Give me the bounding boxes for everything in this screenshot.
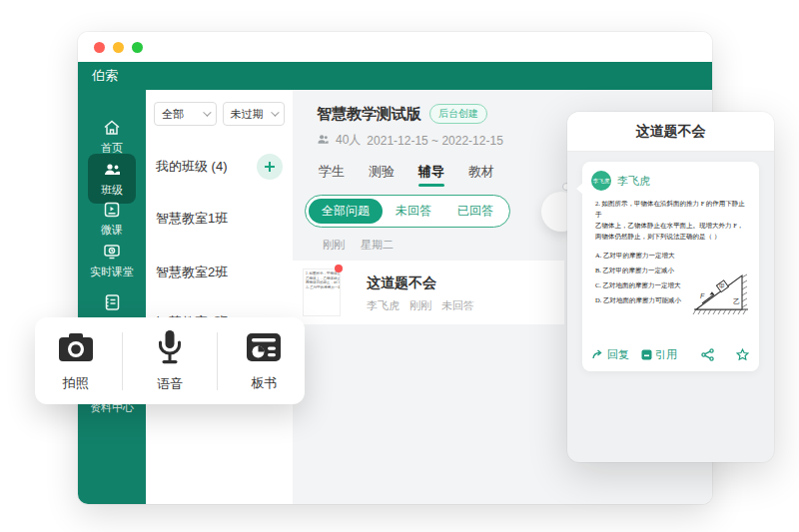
- class-list-item[interactable]: 智慧教室1班: [154, 210, 285, 228]
- sidebar-item-home[interactable]: 首页: [78, 118, 146, 156]
- tab-textbooks[interactable]: 教材: [466, 163, 496, 187]
- window-titlebar: [78, 32, 712, 62]
- voice-tool-label: 语音: [157, 375, 183, 393]
- sidebar-item-live-classroom[interactable]: 实时课堂: [78, 242, 146, 279]
- expiry-filter-value: 未过期: [231, 107, 264, 122]
- time-marker-recent: 刚刚: [323, 238, 345, 253]
- sidebar-nav: 首页 班级: [78, 90, 146, 504]
- board-tool-label: 板书: [251, 374, 277, 392]
- question-title: 这道题不会: [367, 274, 436, 292]
- chevron-down-icon: [271, 108, 279, 116]
- users-icon: [102, 160, 122, 180]
- popup-title: 这道题不会: [636, 123, 706, 141]
- reply-button[interactable]: 回复: [592, 347, 629, 362]
- question-detail-popup: 这道题不会 李飞虎 李飞虎 2. 如图所示，甲物体在沿斜面的推力 F 的作用下静…: [567, 112, 774, 462]
- class-list-item[interactable]: 智慧教室2班: [154, 264, 285, 281]
- question-thumbnail: 2. 如图所示，甲物体在沿斜面的推力 F 的作用下静止于 乙物体上，乙物体静止在…: [303, 268, 341, 316]
- notebook-icon: [102, 292, 122, 312]
- sidebar-item-label: 班级: [101, 183, 123, 198]
- option-a: A. 乙对甲的摩擦力一定增大: [595, 248, 750, 263]
- sidebar-item-classes[interactable]: 班级: [88, 154, 136, 204]
- scope-filter-dropdown[interactable]: 全部: [154, 102, 217, 126]
- app-header: 伯索: [78, 62, 712, 90]
- camera-icon: [57, 330, 95, 368]
- time-marker-day: 星期二: [361, 238, 394, 253]
- sidebar-item-label: 微课: [101, 223, 123, 238]
- quote-button[interactable]: 引用: [641, 347, 677, 362]
- sidebar-item-microlesson[interactable]: 微课: [78, 200, 146, 238]
- scope-filter-value: 全部: [162, 107, 184, 122]
- whiteboard-icon: [245, 330, 283, 368]
- filter-answered[interactable]: 已回答: [444, 199, 506, 224]
- filter-all-questions[interactable]: 全部问题: [309, 199, 383, 224]
- toolbar-divider: [122, 332, 123, 390]
- voice-tool-button[interactable]: 语音: [135, 329, 205, 393]
- svg-text:乙: 乙: [733, 297, 740, 304]
- class-list-panel: 全部 未过期 我的班级 (4) 智慧教室1班 智慧教室2班 智慧教室3班: [146, 90, 293, 504]
- microphone-icon: [153, 329, 187, 369]
- tab-tutoring[interactable]: 辅导: [416, 163, 446, 187]
- question-stem: 2. 如图所示，甲物体在沿斜面的推力 F 的作用下静止于 乙物体上，乙物体静止在…: [595, 198, 750, 242]
- toolbar-divider: [217, 332, 218, 390]
- unread-dot: [335, 265, 343, 272]
- incline-diagram: 甲 F 乙: [692, 269, 750, 323]
- photo-tool-label: 拍照: [63, 374, 89, 392]
- screen: 伯索 首页: [0, 0, 799, 532]
- app-title: 伯索: [92, 67, 118, 85]
- popup-author-name: 李飞虎: [617, 174, 650, 189]
- live-classroom-icon: [102, 242, 122, 262]
- question-time: 刚刚: [409, 298, 431, 313]
- question-card[interactable]: 2. 如图所示，甲物体在沿斜面的推力 F 的作用下静止于 乙物体上，乙物体静止在…: [293, 261, 564, 324]
- bubble-tail: [576, 183, 583, 195]
- micro-lesson-icon: [102, 200, 122, 220]
- students-icon: [317, 133, 330, 149]
- svg-text:甲: 甲: [719, 283, 725, 289]
- filter-unanswered[interactable]: 未回答: [383, 199, 444, 224]
- question-status: 未回答: [441, 298, 474, 313]
- photo-tool-button[interactable]: 拍照: [41, 330, 111, 392]
- avatar: 李飞虎: [591, 171, 611, 191]
- question-filter-group: 全部问题 未回答 已回答: [305, 195, 510, 228]
- sidebar-item-label: 实时课堂: [90, 265, 134, 279]
- course-badge: 后台创建: [429, 104, 487, 124]
- expiry-filter-dropdown[interactable]: 未过期: [223, 102, 286, 126]
- favorite-star-icon[interactable]: [736, 348, 749, 361]
- tab-students[interactable]: 学生: [317, 163, 347, 187]
- student-count: 40人: [336, 132, 361, 149]
- sidebar-item-notebook[interactable]: [78, 292, 146, 315]
- my-classes-title: 我的班级 (4): [156, 158, 228, 176]
- home-icon: [102, 118, 122, 138]
- minimize-window-button[interactable]: [113, 42, 124, 53]
- question-message-card: 李飞虎 李飞虎 2. 如图所示，甲物体在沿斜面的推力 F 的作用下静止于 乙物体…: [582, 162, 759, 371]
- question-student: 李飞虎: [367, 298, 400, 313]
- close-window-button[interactable]: [94, 42, 105, 53]
- chevron-down-icon: [203, 108, 211, 116]
- board-tool-button[interactable]: 板书: [229, 330, 299, 392]
- answer-tools-toolbar: 拍照 语音: [35, 317, 305, 404]
- tab-quizzes[interactable]: 测验: [367, 163, 397, 187]
- course-date-range: 2021-12-15 ~ 2022-12-15: [367, 134, 502, 148]
- zoom-window-button[interactable]: [132, 42, 143, 53]
- add-class-button[interactable]: [257, 154, 283, 180]
- share-icon[interactable]: [701, 348, 714, 361]
- course-title: 智慧教学测试版: [317, 105, 421, 124]
- svg-text:F: F: [700, 292, 705, 299]
